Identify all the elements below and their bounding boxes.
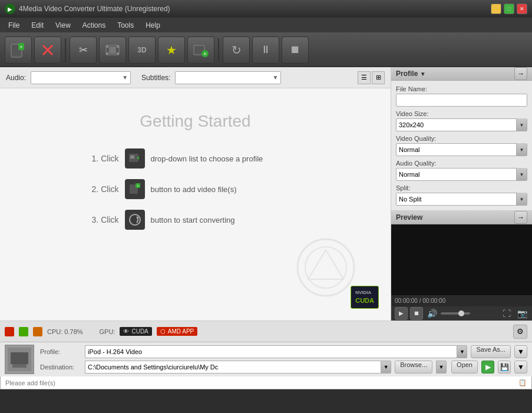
menu-file[interactable]: File [2, 19, 25, 31]
av-bar: Audio: ▼ Subtitles: ▼ ☰ ⊞ [0, 67, 391, 88]
maximize-button[interactable]: □ [504, 4, 514, 14]
profile-dropdown-icon: ▼ [420, 71, 426, 77]
browse-button[interactable]: Browse... [395, 361, 432, 374]
getting-started-title: Getting Started [140, 112, 250, 131]
content-area: Getting Started 1. Click drop-down list … [0, 88, 391, 321]
audio-quality-dropdown-arrow-icon: ▼ [516, 168, 527, 181]
profile-value-input[interactable] [85, 345, 457, 358]
menu-tools[interactable]: Tools [111, 19, 140, 31]
file-name-input[interactable] [396, 94, 527, 107]
svg-rect-8 [106, 52, 108, 55]
convert-button[interactable]: ▶ [481, 361, 494, 374]
toolbar-separator-1 [65, 38, 66, 62]
nvidia-cuda-badge: NVIDIA CUDA [351, 286, 379, 309]
destination-dropdown-arrow-icon[interactable]: ▼ [381, 361, 391, 374]
full-bottom-bar: Profile: ▼ Save As... ▼ Destination: ▼ B… [0, 342, 532, 389]
filmstrip-button[interactable] [99, 37, 126, 64]
preview-area [391, 224, 532, 295]
audio-quality-field-group: Audio Quality: Normal ▼ [396, 160, 527, 181]
profile-row: Profile: ▼ Save As... ▼ [40, 345, 527, 358]
fullscreen-icon[interactable]: ⛶ [500, 307, 513, 320]
audio-quality-select[interactable]: Normal ▼ [396, 168, 527, 181]
video-quality-select[interactable]: Normal ▼ [396, 143, 527, 156]
minimize-button[interactable]: _ [491, 4, 501, 14]
stop-indicator[interactable] [5, 327, 14, 336]
preview-time-display: 00:00:00 / 00:00:00 [395, 298, 445, 304]
log-icon[interactable]: 📋 [518, 379, 527, 386]
profile-next-button[interactable]: → [514, 67, 527, 80]
rotate-button[interactable]: ↻ [223, 37, 250, 64]
svg-marker-26 [308, 250, 343, 279]
stop-player-button[interactable]: ⏹ [410, 307, 423, 320]
step-3-icon [125, 210, 145, 230]
settings-button[interactable]: ⚙ [513, 325, 527, 339]
profile-title: Profile ▼ [396, 70, 514, 78]
pause-button[interactable]: ⏸ [252, 37, 279, 64]
snapshot-icon[interactable]: 📷 [516, 307, 528, 320]
preview-time-bar: 00:00:00 / 00:00:00 [391, 295, 532, 306]
volume-thumb [458, 310, 464, 316]
status-message: Please add file(s) [5, 379, 55, 386]
more-options-button[interactable]: ▼ [514, 361, 527, 374]
main-area: Audio: ▼ Subtitles: ▼ ☰ ⊞ Getting Starte… [0, 67, 532, 321]
add-file-button[interactable]: + [5, 37, 32, 64]
split-label: Split: [396, 184, 527, 191]
destination-input[interactable] [85, 361, 381, 374]
menu-edit[interactable]: Edit [25, 19, 49, 31]
star-button[interactable]: ★ [158, 37, 185, 64]
audio-select[interactable]: ▼ [31, 71, 131, 84]
delete-button[interactable] [34, 37, 61, 64]
step-1-number: 1. [92, 154, 99, 163]
browse-dropdown-arrow-icon[interactable]: ▼ [436, 361, 447, 374]
close-button[interactable]: ✕ [517, 4, 527, 14]
preview-header: Preview → [391, 210, 532, 224]
add-segment-button[interactable]: + [187, 37, 214, 64]
cpu-usage-text: CPU: 0.78% [47, 328, 83, 335]
cuda-badge[interactable]: 👁 CUDA [120, 327, 151, 336]
video-size-dropdown-arrow-icon: ▼ [516, 118, 527, 131]
preview-next-button[interactable]: → [514, 211, 527, 224]
step-1-action: Click [101, 154, 118, 163]
step-3-description: button to start converting [151, 216, 235, 224]
cut-button[interactable]: ✂ [70, 37, 97, 64]
active-indicator[interactable] [19, 327, 28, 336]
title-bar: ▶ 4Media Video Converter Ultimate (Unreg… [0, 0, 532, 18]
file-name-label: File Name: [396, 85, 527, 92]
split-select[interactable]: No Split ▼ [396, 193, 527, 206]
convert-save-button[interactable]: 💾 [498, 361, 511, 374]
audio-dropdown-arrow-icon: ▼ [122, 74, 128, 81]
step-3-action: Click [101, 215, 118, 224]
save-as-dropdown-button[interactable]: ▼ [514, 345, 527, 358]
file-thumbnail [5, 345, 34, 374]
open-button[interactable]: Open [451, 361, 478, 374]
save-as-button[interactable]: Save As... [471, 345, 511, 358]
profile-dropdown-arrow-icon[interactable]: ▼ [457, 345, 467, 358]
svg-rect-9 [117, 45, 119, 48]
split-value: No Split [399, 196, 422, 203]
video-size-value: 320x240 [399, 121, 424, 128]
step-2-action: Click [101, 184, 118, 194]
step-3-number: 3. [92, 215, 99, 224]
step-2-row: 2. Click + button to add video file(s) [72, 179, 319, 199]
cuda-label: CUDA [355, 296, 374, 305]
eye-icon: 👁 [123, 328, 129, 335]
grid-view-button[interactable]: ⊞ [372, 71, 385, 84]
step-2-icon: + [125, 179, 145, 199]
amd-badge[interactable]: ⬡ AMD APP [157, 327, 197, 336]
play-button[interactable]: ▶ [395, 307, 408, 320]
toolbar: + ✂ 3D ★ + ↻ ⏸ ⏹ [0, 33, 532, 67]
window-controls: _ □ ✕ [491, 4, 527, 14]
stop-button[interactable]: ⏹ [282, 37, 309, 64]
svg-text:+: + [136, 184, 138, 188]
video-size-select[interactable]: 320x240 ▼ [396, 118, 527, 131]
3d-button[interactable]: 3D [128, 37, 156, 64]
svg-rect-10 [117, 52, 119, 55]
profile-row-label: Profile: [40, 348, 81, 355]
warning-indicator[interactable] [33, 327, 42, 336]
volume-slider[interactable] [441, 312, 470, 315]
menu-help[interactable]: Help [140, 19, 166, 31]
list-view-button[interactable]: ☰ [358, 71, 371, 84]
subtitles-select[interactable]: ▼ [175, 71, 281, 84]
menu-view[interactable]: View [49, 19, 77, 31]
menu-actions[interactable]: Actions [77, 19, 111, 31]
